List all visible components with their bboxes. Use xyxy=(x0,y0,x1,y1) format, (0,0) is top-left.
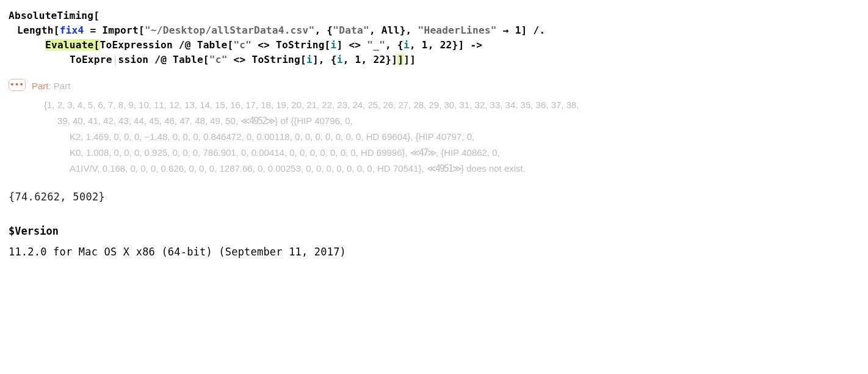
t-bracket: [ xyxy=(93,10,99,21)
message-body: {1, 2, 3, 4, 5, 6, 7, 8, 9, 10, 11, 12, … xyxy=(32,94,579,177)
input-cell[interactable]: AbsoluteTiming[ Length[fix4 = Import["~/… xyxy=(9,9,859,67)
msg-line-3: K2, 1.469, 0, 0, 0, −1.48, 0, 0, 0, 0.84… xyxy=(44,129,579,145)
code-line-3: Evaluate[ToExpression /@ Table["c" <> To… xyxy=(9,38,859,53)
msg-line-4: K0, 1.008, 0, 0, 0, 0.925, 0, 0, 0, 786.… xyxy=(44,145,579,161)
t-Table: Table xyxy=(197,39,228,51)
msg-line-5: A1IV/V, 0.168, 0, 0, 0, 0.626, 0, 0, 0, … xyxy=(44,161,579,177)
t-fix4: fix4 xyxy=(60,24,84,36)
t-bracket: [ xyxy=(54,24,60,36)
t-Length: Length xyxy=(17,24,54,36)
msg-tag: Part xyxy=(32,81,49,91)
message-ellipsis-icon[interactable]: ••• xyxy=(9,79,26,91)
message-cell: ••• Part: Part {1, 2, 3, 4, 5, 6, 7, 8, … xyxy=(9,78,859,177)
notebook-region: AbsoluteTiming[ Length[fix4 = Import["~/… xyxy=(0,0,868,270)
t-Import: Import xyxy=(102,24,139,36)
t-Evaluate: Evaluate xyxy=(45,39,94,51)
t-ToString: ToString xyxy=(251,54,300,65)
version-input[interactable]: $Version xyxy=(9,225,859,237)
t-ToString: ToString xyxy=(276,39,325,51)
version-output: 11.2.0 for Mac OS X x86 (64-bit) (Septem… xyxy=(9,246,859,258)
message-text: Part: Part {1, 2, 3, 4, 5, 6, 7, 8, 9, 1… xyxy=(32,78,579,177)
msg-line-2: 39, 40, 41, 42, 43, 44, 45, 46, 47, 48, … xyxy=(44,113,579,130)
t-path: "~/Desktop/allStarData4.csv" xyxy=(145,24,314,36)
msg-head: Part xyxy=(54,81,71,91)
code-line-1: AbsoluteTiming[ xyxy=(9,9,859,23)
msg-line-1: {1, 2, 3, 4, 5, 6, 7, 8, 9, 10, 11, 12, … xyxy=(44,97,579,113)
message-header: Part: Part xyxy=(32,78,579,94)
output-cell: {74.6262, 5002} xyxy=(9,191,859,203)
code-line-2: Length[fix4 = Import["~/Desktop/allStarD… xyxy=(9,23,859,38)
t-AbsoluteTiming: AbsoluteTiming xyxy=(9,10,93,21)
t-Table: Table xyxy=(173,54,203,65)
t-ToExpression: ToExpression xyxy=(100,39,173,51)
code-line-4: ToExpre|ssion /@ Table["c" <> ToString[i… xyxy=(9,53,859,67)
